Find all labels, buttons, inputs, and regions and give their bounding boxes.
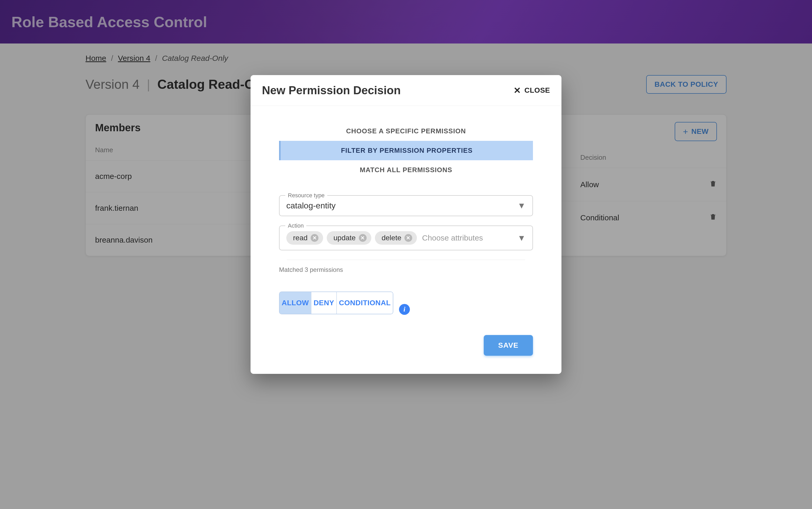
chevron-down-icon: ▼	[517, 201, 526, 210]
chip-label: delete	[382, 234, 401, 242]
new-permission-modal: New Permission Decision ✕ CLOSE CHOOSE A…	[251, 75, 561, 374]
resource-type-select[interactable]: Resource type catalog-entity ▼	[279, 195, 533, 216]
toggle-deny[interactable]: DENY	[312, 292, 337, 314]
chip-label: update	[333, 234, 356, 242]
chip-remove-icon[interactable]: ✕	[404, 234, 412, 242]
chip-remove-icon[interactable]: ✕	[359, 234, 367, 242]
close-button[interactable]: ✕ CLOSE	[514, 86, 550, 95]
modal-title: New Permission Decision	[262, 84, 401, 97]
modal-overlay[interactable]: New Permission Decision ✕ CLOSE CHOOSE A…	[0, 0, 812, 509]
resource-type-label: Resource type	[285, 192, 327, 199]
chip-label: read	[293, 234, 307, 242]
save-button[interactable]: SAVE	[484, 335, 533, 356]
toggle-allow[interactable]: ALLOW	[280, 292, 312, 314]
matched-count: Matched 3 permissions	[279, 266, 533, 273]
seg-all[interactable]: MATCH ALL PERMISSIONS	[279, 160, 533, 180]
action-chip-delete: delete ✕	[375, 231, 417, 245]
close-label: CLOSE	[524, 86, 550, 95]
action-chip-read: read ✕	[286, 231, 323, 245]
action-chip-update: update ✕	[327, 231, 371, 245]
toggle-conditional[interactable]: CONDITIONAL	[337, 292, 393, 314]
match-mode-list: CHOOSE A SPECIFIC PERMISSION FILTER BY P…	[279, 122, 533, 180]
divider	[287, 260, 525, 260]
seg-specific[interactable]: CHOOSE A SPECIFIC PERMISSION	[279, 122, 533, 141]
close-icon: ✕	[514, 86, 521, 95]
action-select[interactable]: Action read ✕ update ✕ delete ✕	[279, 226, 533, 250]
info-icon[interactable]: i	[399, 304, 410, 315]
seg-filter[interactable]: FILTER BY PERMISSION PROPERTIES	[279, 141, 533, 160]
resource-type-value: catalog-entity	[286, 201, 335, 210]
action-label: Action	[285, 223, 306, 229]
action-placeholder: Choose attributes	[422, 234, 483, 242]
chip-remove-icon[interactable]: ✕	[311, 234, 318, 242]
decision-toggle: ALLOW DENY CONDITIONAL	[279, 292, 393, 314]
chevron-down-icon: ▼	[517, 233, 526, 243]
